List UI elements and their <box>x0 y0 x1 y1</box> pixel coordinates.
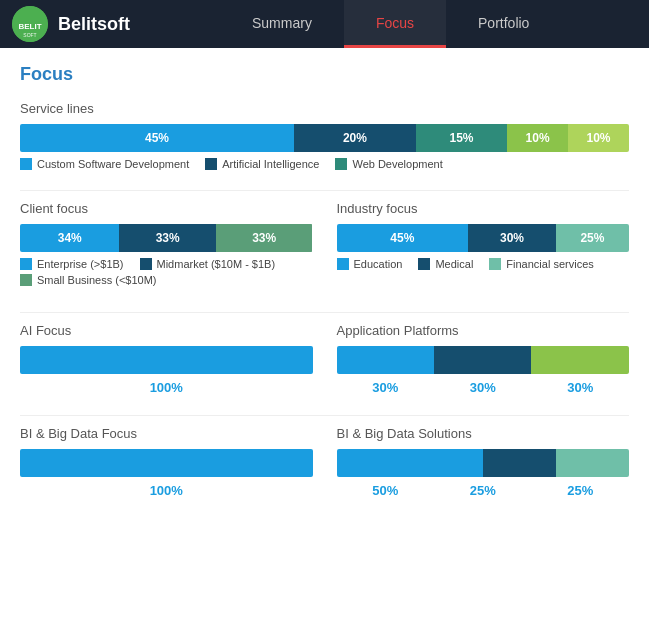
bi-row: BI & Big Data Focus 100% BI & Big Data S… <box>20 426 629 498</box>
legend-dot-education <box>337 258 349 270</box>
segment-financial: 25% <box>556 224 629 252</box>
legend-dot-medical <box>418 258 430 270</box>
divider-2 <box>20 312 629 313</box>
legend-label-midmarket: Midmarket ($10M - $1B) <box>157 258 276 270</box>
legend-label-custom: Custom Software Development <box>37 158 189 170</box>
legend-custom-software: Custom Software Development <box>20 158 189 170</box>
company-logo: BELIT SOFT <box>12 6 48 42</box>
legend-label-education: Education <box>354 258 403 270</box>
tab-portfolio[interactable]: Portfolio <box>446 0 561 48</box>
legend-label-enterprise: Enterprise (>$1B) <box>37 258 124 270</box>
legend-label-medical: Medical <box>435 258 473 270</box>
legend-medical: Medical <box>418 258 473 270</box>
legend-dot-midmarket <box>140 258 152 270</box>
service-lines-chart: 45% 20% 15% 10% 10% <box>20 124 629 152</box>
client-industry-row: Client focus 34% 33% 33% Enterprise (>$1… <box>20 201 629 292</box>
page-title: Focus <box>20 64 629 85</box>
ai-focus-chart <box>20 346 313 374</box>
segment-ai: 20% <box>294 124 416 152</box>
legend-ai: Artificial Intelligence <box>205 158 319 170</box>
segment-smallbiz: 33% <box>216 224 313 252</box>
svg-text:SOFT: SOFT <box>23 32 36 38</box>
segment-other1: 10% <box>507 124 568 152</box>
ai-platforms-row: AI Focus 100% Application Platforms 30% … <box>20 323 629 395</box>
segment-other2: 10% <box>568 124 629 152</box>
legend-label-smallbiz: Small Business (<$10M) <box>37 274 157 286</box>
legend-label-ai: Artificial Intelligence <box>222 158 319 170</box>
legend-dot-web <box>335 158 347 170</box>
legend-dot-ai <box>205 158 217 170</box>
ai-focus-section: AI Focus 100% <box>20 323 313 395</box>
logo-area: BELIT SOFT Belitsoft <box>0 6 220 42</box>
segment-custom-software: 45% <box>20 124 294 152</box>
tab-summary[interactable]: Summary <box>220 0 344 48</box>
bi-sol-label-2: 25% <box>470 483 496 498</box>
divider-1 <box>20 190 629 191</box>
app-platforms-section: Application Platforms 30% 30% 30% <box>337 323 630 395</box>
industry-focus-section: Industry focus 45% 30% 25% Education Med… <box>337 201 630 292</box>
bi-focus-chart <box>20 449 313 477</box>
tab-focus[interactable]: Focus <box>344 0 446 48</box>
bi-sol-label-1: 50% <box>372 483 398 498</box>
industry-focus-chart: 45% 30% 25% <box>337 224 630 252</box>
bi-solutions-title: BI & Big Data Solutions <box>337 426 630 441</box>
service-lines-section: Service lines 45% 20% 15% 10% 10% Custom… <box>20 101 629 170</box>
segment-platforms-2 <box>434 346 531 374</box>
client-focus-legend: Enterprise (>$1B) Midmarket ($10M - $1B)… <box>20 258 313 286</box>
segment-platforms-3 <box>531 346 628 374</box>
segment-midmarket: 33% <box>119 224 216 252</box>
legend-label-financial: Financial services <box>506 258 593 270</box>
platform-label-1: 30% <box>372 380 398 395</box>
app-platforms-chart <box>337 346 630 374</box>
segment-bi-100 <box>20 449 313 477</box>
segment-bi-sol-2 <box>483 449 556 477</box>
segment-web-dev: 15% <box>416 124 507 152</box>
segment-enterprise: 34% <box>20 224 119 252</box>
industry-focus-legend: Education Medical Financial services <box>337 258 630 270</box>
service-lines-title: Service lines <box>20 101 629 116</box>
app-header: BELIT SOFT Belitsoft Summary Focus Portf… <box>0 0 649 48</box>
legend-financial: Financial services <box>489 258 593 270</box>
client-focus-chart: 34% 33% 33% <box>20 224 313 252</box>
main-content: Focus Service lines 45% 20% 15% 10% 10% … <box>0 48 649 534</box>
ai-focus-label: 100% <box>20 380 313 395</box>
legend-dot-smallbiz <box>20 274 32 286</box>
service-lines-legend: Custom Software Development Artificial I… <box>20 158 629 170</box>
legend-dot-enterprise <box>20 258 32 270</box>
legend-label-web: Web Development <box>352 158 442 170</box>
bi-focus-title: BI & Big Data Focus <box>20 426 313 441</box>
client-focus-section: Client focus 34% 33% 33% Enterprise (>$1… <box>20 201 313 292</box>
segment-platforms-1 <box>337 346 434 374</box>
legend-midmarket: Midmarket ($10M - $1B) <box>140 258 276 270</box>
segment-bi-sol-3 <box>556 449 629 477</box>
app-platforms-title: Application Platforms <box>337 323 630 338</box>
bi-focus-label: 100% <box>20 483 313 498</box>
svg-text:BELIT: BELIT <box>18 22 41 31</box>
legend-enterprise: Enterprise (>$1B) <box>20 258 124 270</box>
industry-focus-title: Industry focus <box>337 201 630 216</box>
company-name: Belitsoft <box>58 14 130 35</box>
legend-dot-financial <box>489 258 501 270</box>
platform-label-2: 30% <box>470 380 496 395</box>
bi-solutions-labels: 50% 25% 25% <box>337 483 630 498</box>
legend-web: Web Development <box>335 158 442 170</box>
platform-label-3: 30% <box>567 380 593 395</box>
bi-sol-label-3: 25% <box>567 483 593 498</box>
legend-smallbiz: Small Business (<$10M) <box>20 274 157 286</box>
bi-focus-section: BI & Big Data Focus 100% <box>20 426 313 498</box>
segment-education: 45% <box>337 224 469 252</box>
segment-ai-100 <box>20 346 313 374</box>
nav-tabs: Summary Focus Portfolio <box>220 0 649 48</box>
legend-education: Education <box>337 258 403 270</box>
divider-3 <box>20 415 629 416</box>
bi-solutions-chart <box>337 449 630 477</box>
segment-medical: 30% <box>468 224 556 252</box>
segment-bi-sol-1 <box>337 449 483 477</box>
ai-focus-title: AI Focus <box>20 323 313 338</box>
client-focus-title: Client focus <box>20 201 313 216</box>
legend-dot-custom <box>20 158 32 170</box>
bi-solutions-section: BI & Big Data Solutions 50% 25% 25% <box>337 426 630 498</box>
app-platforms-labels: 30% 30% 30% <box>337 380 630 395</box>
